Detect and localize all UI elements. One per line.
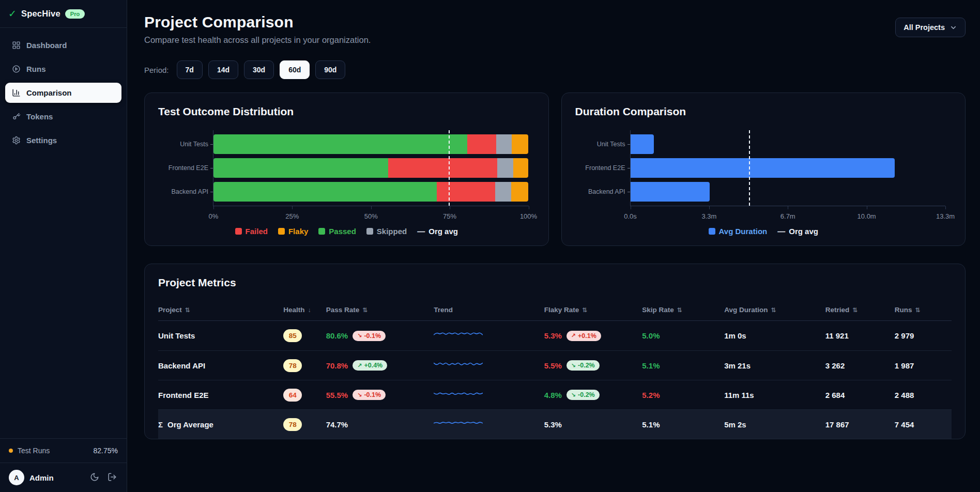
pass-rate-cell: 70.8%↗+0.4% bbox=[326, 360, 434, 371]
column-header-label: Trend bbox=[434, 306, 453, 314]
org-avg-dash-icon: — bbox=[417, 227, 425, 236]
bar-segment-skipped bbox=[495, 182, 511, 202]
flaky-rate-cell: 5.3%↗+0.1% bbox=[544, 331, 642, 341]
axis-tick-label: 3.3m bbox=[701, 212, 716, 220]
period-button-14d[interactable]: 14d bbox=[208, 60, 238, 79]
flaky-rate-cell: 5.3% bbox=[544, 420, 642, 429]
flaky-rate-delta-badge: ↘-0.2% bbox=[566, 360, 600, 371]
avg-duration-cell: 11m 11s bbox=[724, 391, 825, 399]
bar-segment-failed bbox=[388, 158, 497, 178]
main-content: Project Comparison Compare test health a… bbox=[127, 0, 980, 492]
bar-segment-passed bbox=[213, 134, 467, 154]
column-header-runs[interactable]: Runs⇅ bbox=[895, 306, 952, 314]
gear-icon bbox=[12, 136, 21, 145]
org-avg-line bbox=[449, 130, 450, 206]
column-header-label: Flaky Rate bbox=[544, 306, 579, 314]
period-button-60d[interactable]: 60d bbox=[280, 60, 310, 79]
logout-icon[interactable] bbox=[108, 472, 118, 483]
skip-rate-cell: 5.0% bbox=[642, 331, 660, 340]
user-row: A Admin bbox=[0, 463, 127, 492]
sidebar-item-dashboard[interactable]: Dashboard bbox=[5, 35, 121, 55]
sidebar-item-label: Tokens bbox=[26, 112, 53, 121]
column-header-label: Skip Rate bbox=[642, 306, 674, 314]
project-metrics-card: Project Metrics Project⇅Health↓Pass Rate… bbox=[144, 264, 966, 439]
axis-tick-label: 13.3m bbox=[936, 212, 955, 220]
duration-bar-unit-tests bbox=[631, 134, 654, 154]
sidebar-item-comparison[interactable]: Comparison bbox=[5, 83, 121, 103]
period-label: Period: bbox=[144, 66, 169, 74]
app-root: ✓ SpecHive Pro DashboardRunsComparisonTo… bbox=[0, 0, 980, 492]
sidebar-item-tokens[interactable]: Tokens bbox=[5, 106, 121, 127]
column-header-avg-duration[interactable]: Avg Duration⇅ bbox=[724, 306, 825, 314]
pass-rate-cell: 55.5%↘-0.1% bbox=[326, 390, 434, 400]
pro-badge: Pro bbox=[65, 9, 85, 19]
org-avg-line bbox=[749, 130, 750, 206]
check-icon: ✓ bbox=[8, 8, 17, 20]
column-header-flaky-rate[interactable]: Flaky Rate⇅ bbox=[544, 306, 642, 314]
legend-item: Skipped bbox=[366, 227, 407, 236]
bar-segment-flaky bbox=[513, 158, 528, 178]
bar-segment-flaky bbox=[511, 182, 529, 202]
period-button-7d[interactable]: 7d bbox=[177, 60, 203, 79]
trend-sparkline bbox=[434, 420, 483, 428]
health-score-badge: 85 bbox=[283, 329, 302, 342]
trend-sparkline bbox=[434, 390, 483, 398]
sidebar-item-label: Runs bbox=[26, 65, 46, 73]
axis-tick-label: 0% bbox=[209, 212, 219, 220]
column-header-label: Runs bbox=[895, 306, 912, 314]
column-header-project[interactable]: Project⇅ bbox=[158, 306, 283, 314]
avatar[interactable]: A bbox=[9, 470, 24, 485]
duration-chart-legend: Avg Duration—Org avg bbox=[575, 227, 952, 236]
chart-category-label: Unit Tests bbox=[158, 132, 213, 156]
axis-tick-label: 25% bbox=[285, 212, 299, 220]
table-row-backend-api[interactable]: Backend API7870.8%↗+0.4%5.5%↘-0.2%5.1%3m… bbox=[158, 350, 952, 380]
metrics-table-header: Project⇅Health↓Pass Rate⇅TrendFlaky Rate… bbox=[158, 299, 952, 321]
sidebar-item-label: Dashboard bbox=[26, 41, 67, 50]
duration-chart-plot: 0.0s3.3m6.7m10.0m13.3m bbox=[630, 130, 946, 206]
column-header-health[interactable]: Health↓ bbox=[283, 306, 326, 314]
trend-down-icon: ↘ bbox=[357, 332, 362, 339]
flaky-rate-cell: 5.5%↘-0.2% bbox=[544, 360, 642, 371]
bar-segment-passed bbox=[213, 182, 437, 202]
table-row-unit-tests[interactable]: Unit Tests8580.6%↘-0.1%5.3%↗+0.1%5.0%1m … bbox=[158, 321, 952, 350]
outcome-chart-title: Test Outcome Distribution bbox=[158, 105, 535, 118]
sidebar-nav: DashboardRunsComparisonTokensSettings bbox=[0, 28, 127, 158]
sidebar-item-runs[interactable]: Runs bbox=[5, 59, 121, 79]
project-filter-value: All Projects bbox=[904, 23, 945, 32]
column-header-skip-rate[interactable]: Skip Rate⇅ bbox=[642, 306, 724, 314]
chart-category-label: Unit Tests bbox=[575, 132, 630, 156]
user-name: Admin bbox=[29, 473, 54, 482]
outcome-bar-unit-tests bbox=[213, 134, 529, 154]
summary-row-org-average: ΣOrg Average7874.7%5.3%5.1%5m 2s17 8677 … bbox=[158, 409, 952, 439]
table-row-frontend-e2e[interactable]: Frontend E2E6455.5%↘-0.1%4.8%↘-0.2%5.2%1… bbox=[158, 380, 952, 409]
column-header-retried[interactable]: Retried⇅ bbox=[825, 306, 895, 314]
axis-tick bbox=[631, 206, 631, 209]
chevron-down-icon bbox=[950, 24, 957, 32]
trend-sparkline bbox=[434, 361, 483, 369]
outcome-bar-backend-api bbox=[213, 182, 529, 202]
skip-rate-cell: 5.1% bbox=[642, 420, 660, 429]
retried-cell: 11 921 bbox=[825, 331, 895, 340]
duration-chart-card: Duration Comparison Unit TestsFrontend E… bbox=[561, 93, 966, 246]
duration-bar-backend-api bbox=[631, 182, 710, 202]
trend-up-icon: ↗ bbox=[357, 362, 362, 369]
sidebar-item-settings[interactable]: Settings bbox=[5, 130, 121, 150]
legend-item: Passed bbox=[318, 227, 356, 236]
app-name: SpecHive bbox=[21, 9, 60, 19]
bar-segment-flaky bbox=[512, 134, 528, 154]
theme-toggle-moon-icon[interactable] bbox=[90, 472, 100, 483]
project-filter-dropdown[interactable]: All Projects bbox=[895, 18, 966, 37]
key-icon bbox=[12, 112, 21, 121]
axis-tick bbox=[709, 206, 710, 209]
pass-rate-cell: 80.6%↘-0.1% bbox=[326, 331, 434, 341]
period-button-90d[interactable]: 90d bbox=[315, 60, 345, 79]
column-header-pass-rate[interactable]: Pass Rate⇅ bbox=[326, 306, 434, 314]
sidebar-item-label: Comparison bbox=[26, 88, 72, 97]
column-header-label: Project bbox=[158, 306, 182, 314]
axis-tick-label: 6.7m bbox=[780, 212, 795, 220]
period-button-30d[interactable]: 30d bbox=[244, 60, 274, 79]
pass-rate-delta-badge: ↘-0.1% bbox=[353, 331, 386, 341]
retried-cell: 17 867 bbox=[825, 420, 895, 429]
legend-item: —Org avg bbox=[777, 227, 818, 236]
sort-icon: ⇅ bbox=[771, 306, 776, 314]
